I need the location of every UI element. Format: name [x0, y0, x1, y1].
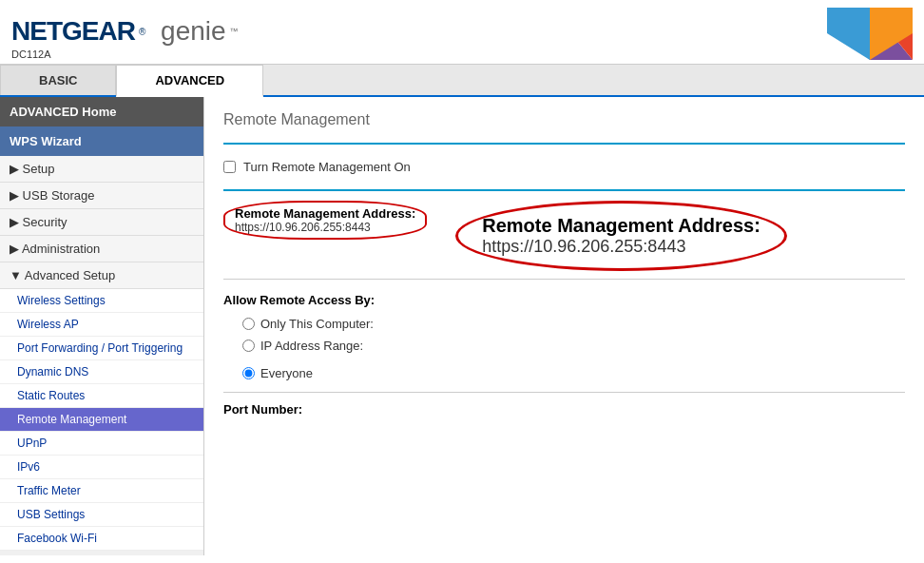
tab-advanced[interactable]: ADVANCED: [116, 65, 263, 97]
sidebar-sub-dynamic-dns[interactable]: Dynamic DNS: [0, 360, 203, 384]
sidebar-sub-ipv6[interactable]: IPv6: [0, 456, 203, 479]
header: NETGEAR® genie™ DC112A: [0, 0, 924, 65]
tab-bar: BASIC ADVANCED: [0, 65, 924, 97]
callout-url: https://10.96.206.255:8443: [482, 237, 760, 257]
trademark-mark: ™: [230, 27, 239, 36]
radio-everyone-input[interactable]: [242, 367, 255, 379]
radio-everyone: Everyone: [223, 362, 905, 384]
genie-name: genie: [161, 16, 226, 47]
sidebar-sub-traffic-meter[interactable]: Traffic Meter: [0, 479, 203, 503]
address-box-container: Remote Management Address: https://10.96…: [223, 201, 427, 240]
allow-label-row: Allow Remote Access By:: [223, 287, 905, 313]
registered-mark: ®: [139, 27, 145, 37]
remote-management-checkbox[interactable]: [223, 161, 236, 173]
sidebar-sub-wireless-ap[interactable]: Wireless AP: [0, 313, 203, 337]
logo-area: NETGEAR® genie™ DC112A: [11, 16, 239, 60]
port-label: Port Number:: [223, 402, 302, 417]
model-number: DC112A: [11, 49, 239, 60]
logo: NETGEAR® genie™: [11, 16, 239, 47]
svg-marker-2: [827, 8, 870, 60]
sidebar-item-security[interactable]: ▶ Security: [0, 209, 203, 236]
radio-ip-range-input[interactable]: [242, 340, 255, 352]
sidebar-item-setup[interactable]: ▶ Setup: [0, 156, 203, 183]
brand-name: NETGEAR: [11, 16, 135, 47]
radio-ip-range: IP Address Range:: [223, 335, 905, 357]
radio-only-computer: Only This Computer:: [223, 313, 905, 335]
address-value: https://10.96.206.255:8443: [235, 221, 415, 234]
separator: [149, 16, 157, 47]
sidebar-item-advanced-home[interactable]: ADVANCED Home: [0, 97, 203, 126]
radio-only-computer-input[interactable]: [242, 318, 255, 330]
sidebar: ADVANCED Home WPS Wizard ▶ Setup ▶ USB S…: [0, 97, 204, 555]
netgear-logo-triangle: [827, 8, 913, 60]
allow-label: Allow Remote Access By:: [223, 293, 375, 307]
checkbox-row: Turn Remote Management On: [223, 154, 905, 180]
page-title: Remote Management: [223, 111, 905, 128]
sidebar-sub-upnp[interactable]: UPnP: [0, 432, 203, 456]
sidebar-item-administration[interactable]: ▶ Administration: [0, 236, 203, 262]
sidebar-sub-wireless-settings[interactable]: Wireless Settings: [0, 289, 203, 313]
section-divider: [223, 279, 905, 280]
sidebar-item-advanced-setup[interactable]: ▼ Advanced Setup: [0, 262, 203, 289]
sidebar-sub-remote-management[interactable]: Remote Management: [0, 408, 203, 432]
radio-ip-range-label: IP Address Range:: [260, 339, 363, 353]
allow-section: Allow Remote Access By: Only This Comput…: [223, 287, 905, 384]
bottom-divider: [223, 392, 905, 393]
sidebar-sub-static-routes[interactable]: Static Routes: [0, 384, 203, 408]
sidebar-sub-port-forwarding[interactable]: Port Forwarding / Port Triggering: [0, 337, 203, 360]
mid-divider: [223, 189, 905, 191]
address-label: Remote Management Address:: [235, 206, 415, 221]
tab-basic[interactable]: BASIC: [0, 65, 116, 95]
address-section: Remote Management Address: https://10.96…: [223, 201, 905, 271]
address-oval: Remote Management Address: https://10.96…: [223, 201, 427, 240]
port-section: Port Number:: [223, 402, 905, 417]
radio-everyone-label: Everyone: [260, 366, 313, 380]
top-divider: [223, 143, 905, 145]
callout-oval: Remote Management Address: https://10.96…: [455, 201, 787, 271]
main-layout: ADVANCED Home WPS Wizard ▶ Setup ▶ USB S…: [0, 97, 924, 555]
radio-only-computer-label: Only This Computer:: [260, 317, 374, 331]
callout-title: Remote Management Address:: [482, 215, 760, 237]
checkbox-label: Turn Remote Management On: [243, 160, 411, 174]
sidebar-item-usb-storage[interactable]: ▶ USB Storage: [0, 183, 203, 209]
sidebar-sub-usb-settings[interactable]: USB Settings: [0, 503, 203, 527]
sidebar-item-wps-wizard[interactable]: WPS Wizard: [0, 126, 203, 156]
sidebar-sub-facebook-wifi[interactable]: Facebook Wi-Fi: [0, 527, 203, 551]
content-area: Remote Management Turn Remote Management…: [204, 97, 924, 555]
